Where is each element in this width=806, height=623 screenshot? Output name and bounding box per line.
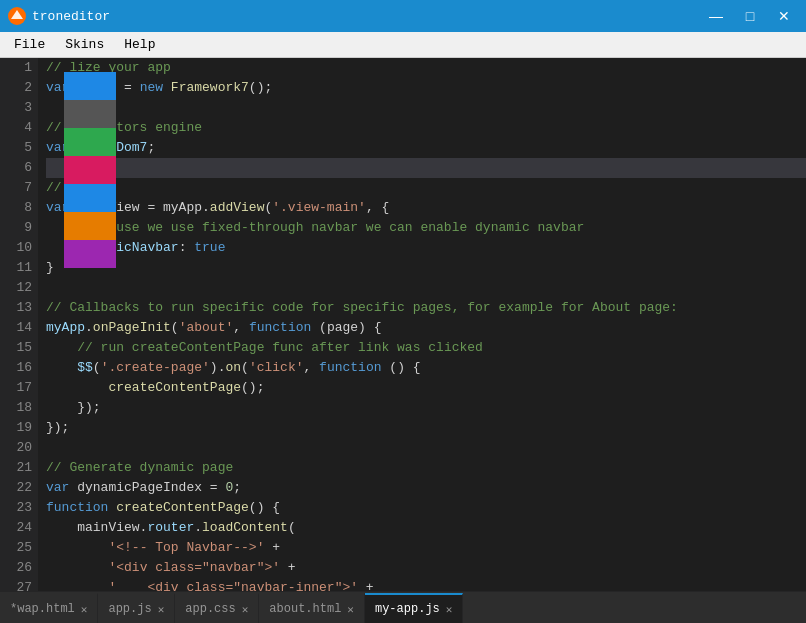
code-line-7: // ew <box>46 178 806 198</box>
code-line-6 <box>46 158 806 178</box>
code-line-15: // run createContentPage func after link… <box>46 338 806 358</box>
titlebar: troneditor — □ ✕ <box>0 0 806 32</box>
tab-close-wap[interactable]: ✕ <box>81 603 88 616</box>
code-line-25: '<!-- Top Navbar-->' + <box>46 538 806 558</box>
line-numbers: 1 2 3 4 5 6 7 8 9 10 11 12 13 14 15 16 1… <box>0 58 38 591</box>
code-line-11: } <box>46 258 806 278</box>
tab-wap-html[interactable]: *wap.html ✕ <box>0 593 98 623</box>
tab-label: about.html <box>269 602 341 616</box>
code-line-8: var mainView = myApp.addView('.view-main… <box>46 198 806 218</box>
menubar: File Skins Help <box>0 32 806 58</box>
code-line-27: ' <div class="navbar-inner">' + <box>46 578 806 591</box>
code-line-24: mainView.router.loadContent( <box>46 518 806 538</box>
tab-about-html[interactable]: about.html ✕ <box>259 593 365 623</box>
code-line-21: // Generate dynamic page <box>46 458 806 478</box>
svg-marker-0 <box>11 10 23 19</box>
menu-file[interactable]: File <box>4 35 55 54</box>
tab-app-css[interactable]: app.css ✕ <box>175 593 259 623</box>
color-palette <box>64 72 116 268</box>
minimize-button[interactable]: — <box>702 2 730 30</box>
code-line-26: '<div class="navbar">' + <box>46 558 806 578</box>
color-swatch-purple[interactable] <box>64 240 116 268</box>
tabs-bar: *wap.html ✕ app.js ✕ app.css ✕ about.htm… <box>0 591 806 623</box>
maximize-button[interactable]: □ <box>736 2 764 30</box>
close-button[interactable]: ✕ <box>770 2 798 30</box>
tab-label: app.css <box>185 602 235 616</box>
app-title: troneditor <box>32 9 702 24</box>
tab-close-appjs[interactable]: ✕ <box>158 603 165 616</box>
code-line-13: // Callbacks to run specific code for sp… <box>46 298 806 318</box>
app-icon <box>8 7 26 25</box>
tab-close-about[interactable]: ✕ <box>347 603 354 616</box>
color-swatch-blue[interactable] <box>64 72 116 100</box>
code-line-16: $$('.create-page').on('click', function … <box>46 358 806 378</box>
code-line-23: function createContentPage() { <box>46 498 806 518</box>
tab-label: app.js <box>108 602 151 616</box>
code-line-22: var dynamicPageIndex = 0; <box>46 478 806 498</box>
menu-skins[interactable]: Skins <box>55 35 114 54</box>
tab-app-js[interactable]: app.js ✕ <box>98 593 175 623</box>
code-line-5: var $$ = Dom7; <box>46 138 806 158</box>
code-line-18: }); <box>46 398 806 418</box>
code-line-3 <box>46 98 806 118</box>
menu-help[interactable]: Help <box>114 35 165 54</box>
code-area[interactable]: // lize your app var myApp = new Framewo… <box>38 58 806 591</box>
tab-close-appcss[interactable]: ✕ <box>242 603 249 616</box>
color-swatch-orange[interactable] <box>64 212 116 240</box>
tab-label: *wap.html <box>10 602 75 616</box>
code-line-12 <box>46 278 806 298</box>
code-line-1: // lize your app <box>46 58 806 78</box>
color-swatch-green[interactable] <box>64 128 116 156</box>
tab-my-app-js[interactable]: my-app.js ✕ <box>365 593 463 623</box>
color-swatch-blue2[interactable] <box>64 184 116 212</box>
code-line-19: }); <box>46 418 806 438</box>
code-line-14: myApp.onPageInit('about', function (page… <box>46 318 806 338</box>
code-line-4: // selectors engine <box>46 118 806 138</box>
code-line-20 <box>46 438 806 458</box>
tab-label: my-app.js <box>375 602 440 616</box>
editor-container[interactable]: 1 2 3 4 5 6 7 8 9 10 11 12 13 14 15 16 1… <box>0 58 806 591</box>
color-swatch-pink[interactable] <box>64 156 116 184</box>
code-line-9: // cause we use fixed-through navbar we … <box>46 218 806 238</box>
code-line-10: dynamicNavbar: true <box>46 238 806 258</box>
tab-close-myapp[interactable]: ✕ <box>446 603 453 616</box>
code-line-17: createContentPage(); <box>46 378 806 398</box>
code-line-2: var myApp = new Framework7(); <box>46 78 806 98</box>
color-swatch-dark[interactable] <box>64 100 116 128</box>
window-controls: — □ ✕ <box>702 2 798 30</box>
